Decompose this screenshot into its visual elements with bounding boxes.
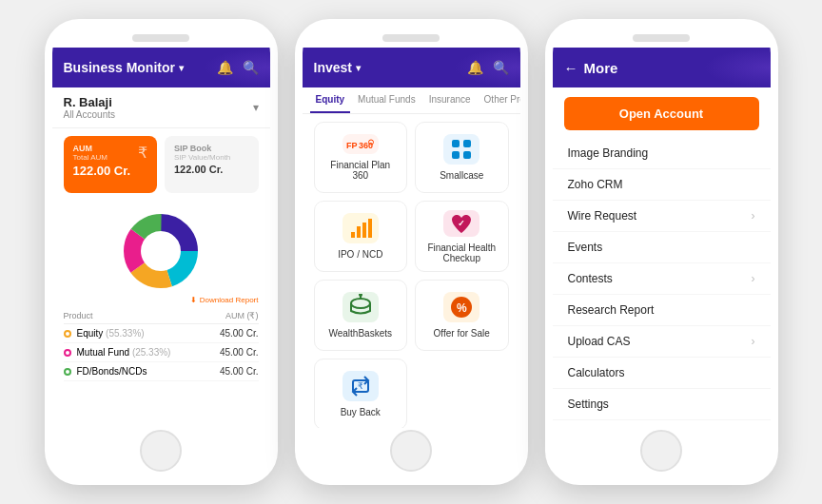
- portfolio-table: Product AUM (₹) Equity (55.33%) 45.00 Cr…: [52, 308, 270, 428]
- svg-rect-11: [452, 151, 460, 159]
- phone1-header-icons: 🔔 🔍: [217, 60, 259, 75]
- phone3-title: ← More: [564, 60, 618, 76]
- svg-rect-10: [463, 140, 471, 147]
- invest-card-smallcase[interactable]: Smallcase: [415, 122, 509, 193]
- svg-text:360: 360: [359, 140, 373, 149]
- business-monitor-title: Business Monitor: [64, 60, 175, 75]
- svg-point-18: [351, 299, 370, 308]
- phone2-title: Invest ▾: [314, 60, 361, 75]
- back-arrow-icon[interactable]: ←: [564, 60, 578, 76]
- phone-more: ← More Open Account Image Branding Zoho …: [545, 19, 778, 485]
- invest-card-health[interactable]: ✓ Financial Health Checkup: [415, 201, 509, 272]
- menu-item-zoho-crm[interactable]: Zoho CRM: [553, 169, 771, 201]
- mf-value: 45.00 Cr.: [220, 347, 259, 358]
- svg-rect-9: [452, 140, 460, 147]
- menu-item-image-branding[interactable]: Image Branding: [553, 138, 771, 169]
- phone2-header: Invest ▾ 🔔 🔍: [303, 48, 520, 87]
- menu-item-upload-cas[interactable]: Upload CAS ›: [553, 326, 771, 358]
- aum-card: AUM Total AUM ₹ 122.00 Cr.: [64, 136, 158, 193]
- svg-point-20: [359, 294, 362, 297]
- menu-item-research-report[interactable]: Research Report: [553, 295, 771, 326]
- tab-other-products[interactable]: Other Product: [479, 87, 520, 113]
- fp360-label: Financial Plan 360: [323, 160, 400, 181]
- mf-label: Mutual Fund (25.33%): [77, 347, 171, 358]
- svg-rect-14: [357, 226, 361, 238]
- equity-label: Equity (55.33%): [77, 328, 145, 339]
- tab-equity[interactable]: Equity: [310, 87, 351, 113]
- fd-label: FD/Bonds/NCDs: [77, 366, 147, 377]
- fp360-icon: FP 360: [342, 134, 379, 154]
- tab-insurance[interactable]: Insurance: [423, 87, 477, 113]
- more-title: More: [584, 60, 618, 76]
- more-menu-list: Image Branding Zoho CRM Wire Request › E…: [553, 134, 771, 428]
- svg-rect-13: [351, 232, 355, 238]
- account-name: R. Balaji: [64, 95, 115, 109]
- wealth-label: WealthBaskets: [328, 328, 392, 339]
- tab-mutual-funds[interactable]: Mutual Funds: [352, 87, 421, 113]
- rupee-icon: ₹: [138, 144, 147, 162]
- table-row: FD/Bonds/NCDs 45.00 Cr.: [64, 362, 259, 381]
- menu-item-settings[interactable]: Settings: [553, 389, 771, 420]
- bell-icon[interactable]: 🔔: [467, 60, 483, 75]
- aum-label: AUM: [73, 144, 108, 153]
- svg-rect-15: [362, 223, 366, 238]
- bell-icon[interactable]: 🔔: [217, 60, 233, 75]
- chevron-right-icon: ›: [752, 272, 755, 285]
- menu-item-wire-request[interactable]: Wire Request ›: [553, 201, 771, 232]
- buyback-icon: ₹: [342, 371, 379, 401]
- chevron-right-icon: ›: [752, 209, 755, 223]
- account-sub: All Accounts: [64, 109, 115, 120]
- fd-value: 45.00 Cr.: [220, 366, 259, 377]
- table-row: Mutual Fund (25.33%) 45.00 Cr.: [64, 343, 259, 362]
- donut-section: ⬇ Download Report: [52, 201, 270, 308]
- ipo-label: IPO / NCD: [338, 249, 382, 260]
- sip-sublabel: SIP Value/Month: [174, 153, 249, 162]
- svg-point-5: [142, 232, 180, 270]
- menu-item-events[interactable]: Events: [553, 232, 771, 263]
- invest-card-buyback[interactable]: ₹ Buy Back: [314, 359, 408, 428]
- table-row: Equity (55.33%) 45.00 Cr.: [64, 324, 259, 343]
- menu-item-contests[interactable]: Contests ›: [553, 263, 771, 295]
- account-chevron-icon[interactable]: ▾: [253, 101, 259, 114]
- svg-text:FP: FP: [346, 140, 358, 149]
- phones-container: Business Monitor ▾ 🔔 🔍 R. Balaji All Acc…: [26, 0, 797, 504]
- aum-sublabel: Total AUM: [73, 153, 108, 162]
- menu-item-brokerage-structure[interactable]: Brokerage Structure: [553, 420, 771, 428]
- phone-business-monitor: Business Monitor ▾ 🔔 🔍 R. Balaji All Acc…: [45, 19, 278, 485]
- phone-invest: Invest ▾ 🔔 🔍 Equity Mutual Funds Insuran…: [295, 19, 528, 485]
- svg-text:✓: ✓: [458, 219, 465, 228]
- health-icon: ✓: [443, 210, 480, 237]
- download-report-link[interactable]: ⬇ Download Report: [52, 294, 270, 306]
- invest-card-offer[interactable]: % Offer for Sale: [415, 280, 509, 351]
- equity-value: 45.00 Cr.: [220, 328, 259, 339]
- open-account-button[interactable]: Open Account: [564, 97, 759, 130]
- invest-tabs: Equity Mutual Funds Insurance Other Prod…: [303, 87, 520, 114]
- buyback-label: Buy Back: [341, 407, 381, 417]
- search-icon[interactable]: 🔍: [243, 60, 259, 75]
- phone1-header: Business Monitor ▾ 🔔 🔍: [52, 48, 270, 87]
- smallcase-label: Smallcase: [440, 170, 483, 181]
- svg-text:%: %: [457, 301, 467, 315]
- invest-card-ipo[interactable]: IPO / NCD: [314, 201, 408, 272]
- ipo-icon: [342, 213, 379, 243]
- sip-value: 122.00 Cr.: [174, 164, 249, 175]
- sip-label: SIP Book: [174, 144, 249, 153]
- smallcase-icon: [443, 134, 480, 165]
- phone1-title: Business Monitor ▾: [64, 60, 184, 75]
- stats-cards-row: AUM Total AUM ₹ 122.00 Cr. SIP Book SIP …: [52, 128, 270, 201]
- chevron-down-icon[interactable]: ▾: [356, 63, 361, 73]
- search-icon[interactable]: 🔍: [493, 60, 509, 75]
- table-header: Product AUM (₹): [64, 308, 259, 324]
- health-label: Financial Health Checkup: [423, 242, 500, 263]
- invest-grid: FP 360 Financial Plan 360: [303, 114, 520, 428]
- mf-dot: [64, 349, 71, 357]
- menu-item-calculators[interactable]: Calculators: [553, 358, 771, 389]
- equity-dot: [64, 330, 71, 338]
- aum-value: 122.00 Cr.: [73, 164, 148, 178]
- invest-card-wealth[interactable]: WealthBaskets: [314, 280, 408, 351]
- invest-card-fp360[interactable]: FP 360 Financial Plan 360: [314, 122, 408, 193]
- svg-rect-12: [463, 151, 471, 159]
- donut-chart: [118, 208, 204, 294]
- account-selector[interactable]: R. Balaji All Accounts ▾: [52, 87, 270, 128]
- chevron-down-icon[interactable]: ▾: [179, 63, 184, 73]
